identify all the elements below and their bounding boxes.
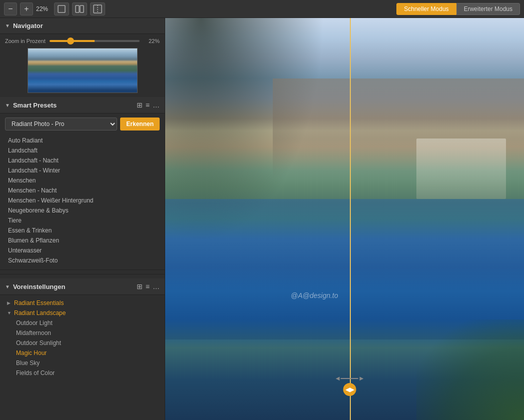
main-content: ▼ Navigator Zoom in Prozent 22% ▼ Smart … — [0, 18, 524, 420]
preset-item-unterwasser[interactable]: Unterwasser — [5, 246, 160, 256]
navigator-section-header[interactable]: ▼ Navigator — [0, 18, 165, 34]
navigator-thumbnail — [28, 48, 138, 93]
image-area: ◀ @A@design.to — [165, 18, 524, 420]
radiant-essentials-label: Radiant Essentials — [14, 300, 64, 306]
smart-presets-content: Radiant Photo - Pro Erkennen Auto Radian… — [0, 114, 165, 270]
zoom-row: Zoom in Prozent 22% — [5, 38, 160, 44]
voreinstellungen-content: ▶ Radiant Essentials ▼ Radiant Landscape… — [0, 295, 165, 381]
svg-rect-2 — [80, 6, 84, 12]
voreinstellungen-header-icons: ⊞ ≡ … — [137, 282, 160, 290]
more-options-icon[interactable]: … — [153, 101, 160, 109]
smart-presets-collapse-icon: ▼ — [5, 102, 10, 108]
zoom-decrease-button[interactable]: − — [4, 2, 17, 16]
voreinstellungen-title: Voreinstellungen — [13, 283, 66, 290]
voreinstellungen-section-header[interactable]: ▼ Voreinstellungen ⊞ ≡ … — [0, 278, 165, 295]
zoom-increase-button[interactable]: + — [20, 2, 33, 16]
image-background: @A@design.to — [165, 18, 524, 420]
zoom-percentage: 22% — [144, 38, 160, 44]
compare-view-button[interactable] — [90, 2, 105, 16]
essentials-triangle-icon: ▶ — [7, 300, 12, 306]
tree-item-radiant-landscape[interactable]: ▼ Radiant Landscape — [5, 308, 160, 318]
tree-item-fields-of-color[interactable]: Fields of Color — [5, 368, 160, 378]
fields-of-color-label: Fields of Color — [16, 370, 55, 376]
navigator-collapse-icon: ▼ — [5, 23, 10, 28]
vorein-grid-icon[interactable]: ⊞ — [137, 282, 143, 290]
magic-hour-label: Magic Hour — [16, 350, 47, 356]
preset-item-tiere[interactable]: Tiere — [5, 216, 160, 226]
svg-rect-0 — [58, 6, 65, 12]
grid-view-icon[interactable]: ⊞ — [137, 101, 143, 109]
single-view-button[interactable] — [54, 2, 69, 16]
erkennen-button[interactable]: Erkennen — [120, 118, 160, 130]
landscape-triangle-icon: ▼ — [7, 310, 12, 316]
svg-rect-1 — [76, 6, 79, 12]
vorein-list-icon[interactable]: ≡ — [146, 282, 150, 290]
zoom-display: 22% — [36, 6, 51, 12]
preset-selector-row: Radiant Photo - Pro Erkennen — [5, 118, 160, 130]
preset-item-essen[interactable]: Essen & Trinken — [5, 226, 160, 236]
preset-item-blumen[interactable]: Blumen & Pflanzen — [5, 236, 160, 246]
schneller-modus-button[interactable]: Schneller Modus — [396, 3, 456, 15]
split-view-button[interactable] — [72, 2, 87, 16]
radiant-landscape-label: Radiant Landscape — [14, 310, 66, 316]
outdoor-sunlight-label: Outdoor Sunlight — [16, 340, 61, 346]
outdoor-light-label: Outdoor Light — [16, 320, 53, 326]
split-handle[interactable]: ◄ ► ◀▶ — [334, 374, 365, 396]
zoom-slider[interactable] — [50, 40, 140, 42]
preset-item-auto-radiant[interactable]: Auto Radiant — [5, 136, 160, 146]
vorein-more-icon[interactable]: … — [153, 282, 160, 290]
preset-item-landschaft[interactable]: Landschaft — [5, 146, 160, 156]
navigator-thumbnail-container — [5, 48, 160, 93]
navigator-title: Navigator — [13, 22, 43, 30]
main-toolbar: − + 22% Schneller Modus Erweiterter Modu… — [0, 0, 524, 18]
midafternoon-label: Midafternoon — [16, 330, 51, 336]
navigator-content: Zoom in Prozent 22% — [0, 34, 165, 97]
tree-item-radiant-essentials[interactable]: ▶ Radiant Essentials — [5, 298, 160, 308]
image-watermark: @A@design.to — [291, 292, 338, 300]
voreinstellungen-collapse-icon: ▼ — [5, 284, 10, 290]
tree-item-midafternoon[interactable]: Midafternoon — [5, 328, 160, 338]
preset-item-menschen[interactable]: Menschen — [5, 176, 160, 186]
blue-sky-label: Blue Sky — [16, 360, 40, 366]
preset-item-neugeborene[interactable]: Neugeborene & Babys — [5, 206, 160, 216]
preset-list: Auto Radiant Landschaft Landschaft - Nac… — [5, 136, 160, 266]
preset-item-schwarzweiss[interactable]: Schwarzweiß-Foto — [5, 256, 160, 266]
zoom-label: Zoom in Prozent — [5, 38, 46, 44]
mode-switcher: Schneller Modus Erweiterter Modus — [396, 3, 520, 15]
tree-item-magic-hour[interactable]: Magic Hour — [5, 348, 160, 358]
tree-item-blue-sky[interactable]: Blue Sky — [5, 358, 160, 368]
tree-item-outdoor-sunlight[interactable]: Outdoor Sunlight — [5, 338, 160, 348]
preset-item-landschaft-nacht[interactable]: Landschaft - Nacht — [5, 156, 160, 166]
tree-item-outdoor-light[interactable]: Outdoor Light — [5, 318, 160, 328]
smart-presets-title: Smart Presets — [13, 102, 57, 109]
smart-presets-section-header[interactable]: ▼ Smart Presets ⊞ ≡ … — [0, 97, 165, 114]
preset-pack-select[interactable]: Radiant Photo - Pro — [5, 118, 117, 130]
list-view-icon[interactable]: ≡ — [146, 101, 150, 109]
erweiterter-modus-button[interactable]: Erweiterter Modus — [456, 3, 520, 15]
smart-presets-header-icons: ⊞ ≡ … — [137, 101, 160, 109]
split-handle-circle[interactable]: ◀▶ — [343, 383, 356, 396]
preset-item-menschen-nacht[interactable]: Menschen - Nacht — [5, 186, 160, 196]
preset-item-menschen-weisser-hg[interactable]: Menschen - Weißer Hintergrund — [5, 196, 160, 206]
split-line[interactable] — [350, 18, 351, 420]
left-sidebar: ▼ Navigator Zoom in Prozent 22% ▼ Smart … — [0, 18, 165, 420]
preset-item-landschaft-winter[interactable]: Landschaft - Winter — [5, 166, 160, 176]
